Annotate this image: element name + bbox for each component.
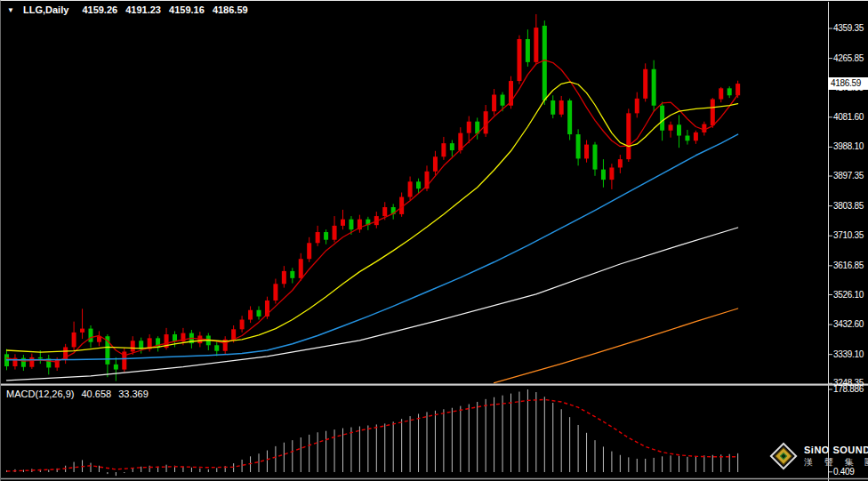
current-price-tag: 4186.59: [828, 77, 868, 90]
ma-fast-red: [7, 60, 738, 362]
chart-header: ▼ LLG,Daily 4159.26 4191.23 4159.16 4186…: [7, 4, 253, 15]
panel-frame-layer: [1, 2, 868, 481]
trading-chart-window: ▼ LLG,Daily 4159.26 4191.23 4159.16 4186…: [0, 0, 868, 481]
price-axis-label: 3339.10: [833, 349, 864, 360]
price-axis-label: 3803.85: [833, 201, 864, 212]
price-axis-label: 3526.10: [833, 290, 864, 301]
watermark-brand-text: SiNO SOUND: [804, 445, 868, 455]
price-axis-label: 3988.10: [833, 141, 864, 152]
macd-signal-line: [7, 399, 738, 471]
ma-slow-blue: [7, 134, 738, 360]
low-value: 4159.16: [169, 4, 205, 15]
moving-average-lines-layer: [7, 60, 738, 383]
macd-main-value: 40.658: [81, 389, 111, 399]
open-value: 4159.26: [82, 4, 117, 15]
price-axis-label: 3710.35: [833, 230, 864, 241]
macd-panel-layer[interactable]: [7, 389, 738, 476]
price-axis-label: 4265.85: [833, 53, 864, 64]
high-value: 4191.23: [125, 4, 161, 15]
price-axis-label: 4359.35: [833, 23, 864, 34]
price-axis-label: 3616.85: [833, 261, 864, 271]
macd-scale-bottom-label: 0.409: [833, 467, 855, 477]
close-value: 4186.59: [213, 4, 248, 15]
chart-canvas[interactable]: [1, 1, 868, 481]
dropdown-icon[interactable]: ▼: [7, 6, 14, 14]
macd-indicator-label: MACD(12,26,9) 40.658 33.369: [6, 389, 153, 399]
macd-signal-value: 33.369: [118, 389, 149, 399]
price-axis-label: 3897.35: [833, 171, 864, 181]
ma-longest-orange: [494, 309, 738, 383]
macd-name: MACD(12,26,9): [6, 389, 74, 399]
price-axis-label: 3432.60: [833, 319, 864, 330]
candlestick-layer: [4, 14, 740, 381]
sino-sound-logo-icon: [768, 441, 799, 471]
macd-scale-top-label: 178.886: [833, 384, 864, 394]
price-axis-label: 4081.60: [833, 112, 864, 123]
symbol-timeframe-label: LLG,Daily: [23, 4, 68, 15]
